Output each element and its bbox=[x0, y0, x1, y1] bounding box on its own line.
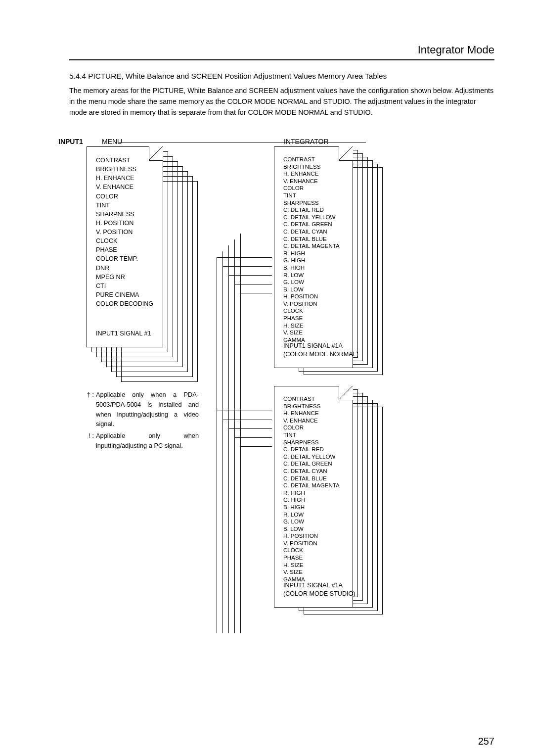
section-body: The memory areas for the PICTURE, White … bbox=[69, 85, 494, 118]
dogear-icon bbox=[339, 146, 353, 161]
dogear-icon bbox=[149, 146, 163, 161]
integrator-stack-a: CONTRAST BRIGHTNESS H. ENHANCE V. ENHANC… bbox=[274, 146, 388, 384]
bus-bottom bbox=[217, 381, 275, 633]
menu-heading: MENU bbox=[102, 138, 122, 145]
integrator-card-b-footer: INPUT1 SIGNAL #1A (COLOR MODE STUDIO) bbox=[283, 581, 356, 598]
menu-stack: CONTRAST BRIGHTNESS H. ENHANCE V. ENHANC… bbox=[87, 146, 203, 385]
integrator-heading: INTEGRATOR bbox=[284, 138, 329, 145]
note-bang-text: Applicable only when inputting/adjusting… bbox=[96, 431, 199, 451]
notes-block: † : Applicable only when a PDA-5003/PDA-… bbox=[84, 390, 199, 453]
menu-card: CONTRAST BRIGHTNESS H. ENHANCE V. ENHANC… bbox=[87, 146, 163, 347]
menu-card-footer: INPUT1 SIGNAL #1 bbox=[96, 330, 151, 338]
page-header: Integrator Mode bbox=[69, 44, 494, 60]
note-dagger-text: Applicable only when a PDA-5003/PDA-5004… bbox=[96, 390, 199, 429]
integrator-stack-b: CONTRAST BRIGHTNESS H. ENHANCE V. ENHANC… bbox=[274, 386, 388, 633]
note-bang-marker: ! : bbox=[84, 431, 94, 451]
page-number: 257 bbox=[478, 736, 494, 747]
section-heading: 5.4.4 PICTURE, White Balance and SCREEN … bbox=[69, 72, 387, 81]
integrator-card-b: CONTRAST BRIGHTNESS H. ENHANCE V. ENHANC… bbox=[274, 386, 353, 608]
header-title: Integrator Mode bbox=[418, 44, 494, 56]
menu-card-lines: CONTRAST BRIGHTNESS H. ENHANCE V. ENHANC… bbox=[96, 156, 156, 308]
integrator-card-a-footer: INPUT1 SIGNAL #1A (COLOR MODE NORMAL) bbox=[283, 342, 358, 359]
integrator-card-a-lines: CONTRAST BRIGHTNESS H. ENHANCE V. ENHANC… bbox=[283, 156, 346, 343]
bus-top bbox=[217, 173, 275, 381]
note-dagger-marker: † : bbox=[84, 390, 94, 429]
integrator-card-a: CONTRAST BRIGHTNESS H. ENHANCE V. ENHANC… bbox=[274, 146, 353, 368]
connector-line bbox=[119, 142, 366, 142]
integrator-card-b-lines: CONTRAST BRIGHTNESS H. ENHANCE V. ENHANC… bbox=[283, 395, 346, 583]
dogear-icon bbox=[339, 386, 353, 400]
input-label: INPUT1 bbox=[58, 138, 83, 145]
